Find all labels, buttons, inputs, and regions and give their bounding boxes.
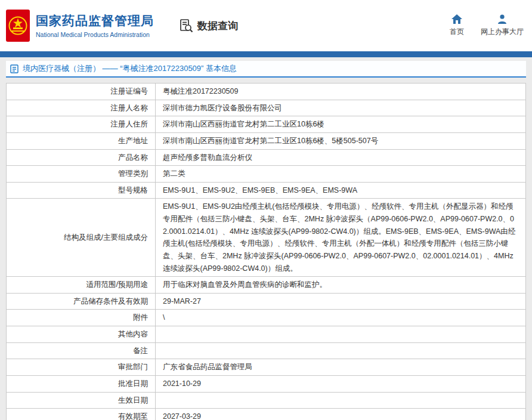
org-name-cn: 国家药品监督管理局 <box>36 13 154 29</box>
page-title: 境内医疗器械（注册） —— “粤械注准20172230509” 基本信息 <box>23 63 237 74</box>
row-value <box>156 342 526 359</box>
main-content: 境内医疗器械（注册） —— “粤械注准20172230509” 基本信息 注册证… <box>6 61 526 420</box>
row-value: 深圳市南山区西丽街道官龙村第二工业区10栋6楼、5楼505-507号 <box>156 132 526 149</box>
document-icon <box>10 64 18 73</box>
row-label: 附件 <box>7 310 156 326</box>
table-row: 有效期至2027-03-29 <box>7 409 526 420</box>
info-table: 注册证编号粤械注准20172230509注册人名称深圳市德力凯医疗设备股份有限公… <box>6 83 526 420</box>
row-value: 深圳市德力凯医疗设备股份有限公司 <box>156 100 526 116</box>
table-row: 批准日期2021-10-29 <box>7 375 526 392</box>
data-query-icon <box>179 18 193 33</box>
row-value: 广东省食品药品监督管理局 <box>156 359 526 376</box>
brand-text: 国家药品监督管理局 National Medical Products Admi… <box>36 13 154 38</box>
top-header: 国家药品监督管理局 National Medical Products Admi… <box>0 0 532 51</box>
row-label: 注册人住所 <box>7 116 156 133</box>
top-links: 首页 网上办事大厅 <box>450 14 524 37</box>
row-label: 结构及组成/主要组成成分 <box>7 199 156 277</box>
row-value <box>156 326 526 343</box>
row-label: 批准日期 <box>7 375 156 392</box>
row-value: 29-MAR-27 <box>156 293 526 310</box>
row-label: 型号规格 <box>7 182 156 199</box>
table-row: 注册证编号粤械注准20172230509 <box>7 84 526 100</box>
page-title-bar: 境内医疗器械（注册） —— “粤械注准20172230509” 基本信息 <box>6 61 526 78</box>
nmpa-emblem-logo <box>6 10 30 42</box>
table-row: 生效日期 <box>7 392 526 409</box>
row-value: 超声经颅多普勒血流分析仪 <box>156 149 526 166</box>
home-label: 首页 <box>450 27 464 37</box>
org-name-en: National Medical Products Administration <box>36 31 154 38</box>
row-value: 用于临床对脑血管及外周血管疾病的诊断和监护。 <box>156 277 526 294</box>
table-row: 备注 <box>7 342 526 359</box>
table-row: 适用范围/预期用途用于临床对脑血管及外周血管疾病的诊断和监护。 <box>7 277 526 294</box>
table-row: 型号规格EMS-9U1、EMS-9U2、EMS-9EB、EMS-9EA、EMS-… <box>7 182 526 199</box>
table-row: 生产地址深圳市南山区西丽街道官龙村第二工业区10栋6楼、5楼505-507号 <box>7 132 526 149</box>
table-row: 结构及组成/主要组成成分EMS-9U1、EMS-9U2由经颅主机(包括经颅模块、… <box>7 199 526 277</box>
row-label: 有效期至 <box>7 409 156 420</box>
person-icon <box>497 14 507 24</box>
row-label: 产品名称 <box>7 149 156 166</box>
table-row: 审批部门广东省食品药品监督管理局 <box>7 359 526 376</box>
table-row: 产品名称超声经颅多普勒血流分析仪 <box>7 149 526 166</box>
table-row: 产品储存条件及有效期29-MAR-27 <box>7 293 526 310</box>
data-query-label: 数据查询 <box>197 19 238 33</box>
row-value: EMS-9U1、EMS-9U2由经颅主机(包括经颅模块、专用电源）、经颅软件、专… <box>156 199 526 277</box>
table-row: 附件\ <box>7 310 526 326</box>
row-value: 2021-10-29 <box>156 375 526 392</box>
row-value: 深圳市南山区西丽街道官龙村第二工业区10栋6楼 <box>156 116 526 133</box>
table-row: 其他内容 <box>7 326 526 343</box>
row-value: 第二类 <box>156 166 526 183</box>
nav-home[interactable]: 首页 <box>450 14 464 37</box>
row-value <box>156 392 526 409</box>
header-divider-bar <box>0 51 532 57</box>
nav-data-query[interactable]: 数据查询 <box>179 18 238 33</box>
online-hall-label: 网上办事大厅 <box>481 27 524 37</box>
table-row: 注册人住所深圳市南山区西丽街道官龙村第二工业区10栋6楼 <box>7 116 526 133</box>
nav-online-hall[interactable]: 网上办事大厅 <box>481 14 524 37</box>
row-label: 生效日期 <box>7 392 156 409</box>
row-label: 管理类别 <box>7 166 156 183</box>
row-label: 生产地址 <box>7 132 156 149</box>
row-label: 注册证编号 <box>7 84 156 100</box>
row-label: 其他内容 <box>7 326 156 343</box>
brand: 国家药品监督管理局 National Medical Products Admi… <box>6 10 166 42</box>
row-label: 审批部门 <box>7 359 156 376</box>
row-value: 2027-03-29 <box>156 409 526 420</box>
row-label: 产品储存条件及有效期 <box>7 293 156 310</box>
row-label: 备注 <box>7 342 156 359</box>
table-row: 注册人名称深圳市德力凯医疗设备股份有限公司 <box>7 100 526 116</box>
row-label: 适用范围/预期用途 <box>7 277 156 294</box>
table-row: 管理类别第二类 <box>7 166 526 183</box>
row-value: EMS-9U1、EMS-9U2、EMS-9EB、EMS-9EA、EMS-9WA <box>156 182 526 199</box>
row-value: 粤械注准20172230509 <box>156 84 526 100</box>
home-icon <box>451 14 462 24</box>
row-value: \ <box>156 310 526 326</box>
row-label: 注册人名称 <box>7 100 156 116</box>
